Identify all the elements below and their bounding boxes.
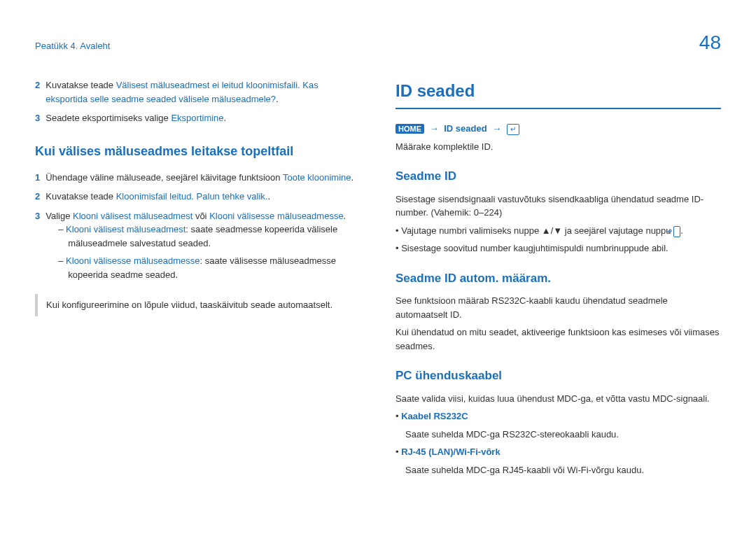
list-number: 2	[35, 190, 40, 204]
bullet-item: Vajutage numbri valimiseks nuppe ▲/▼ ja …	[405, 224, 721, 238]
body-text: Saate valida viisi, kuidas luua ühendust…	[396, 392, 721, 406]
path-link: ID seaded	[444, 123, 486, 134]
home-badge: HOME	[396, 124, 424, 134]
arrow-icon: →	[492, 123, 501, 134]
note-text: Kui konfigureerimine on lõpule viidud, t…	[46, 300, 332, 310]
arrow-icon: →	[430, 123, 439, 134]
inline-link: RJ-45 (LAN)/Wi-Fi-võrk	[401, 447, 500, 457]
sub-list-item: Klooni välisesse mäluseadmesse: saate vä…	[58, 254, 360, 281]
list-number: 1	[35, 171, 40, 185]
left-column: 2 Kuvatakse teade Välisest mäluseadmest …	[35, 78, 360, 481]
nav-path: HOME → ID seaded → ↵	[396, 122, 721, 136]
list-text: Kuvatakse teade Välisest mäluseadmest ei…	[46, 78, 360, 106]
page-number: 48	[699, 28, 721, 57]
inline-link: Klooni välisest mäluseadmest	[66, 224, 186, 234]
bullet-item: RJ-45 (LAN)/Wi-Fi-võrk	[405, 445, 721, 459]
inline-link: Toote kloonimine	[283, 172, 351, 183]
subsection-heading: Seadme ID autom. määram.	[396, 269, 721, 288]
bullet-item: Sisestage soovitud number kaugjuhtimispu…	[405, 241, 721, 255]
list-number: 3	[35, 111, 40, 125]
list-item: 2 Kuvatakse teade Välisest mäluseadmest …	[35, 78, 360, 106]
bullet-item: Kaabel RS232C	[405, 409, 721, 423]
inline-link: Klooni välisesse mäluseadmesse	[209, 211, 343, 221]
list-number: 2	[35, 78, 40, 106]
body-text: See funktsioon määrab RS232C-kaabli kaud…	[396, 294, 721, 321]
body-text: Saate suhelda MDC-ga RJ45-kaabli või Wi-…	[405, 463, 721, 477]
list-number: 3	[35, 209, 40, 286]
list-text: Valige Klooni välisest mäluseadmest või …	[46, 209, 360, 286]
page-title: ID seaded	[396, 78, 721, 109]
inline-link: Kloonimisfail leitud. Palun tehke valik.	[116, 191, 268, 202]
subsection-heading: PC ühenduskaabel	[396, 367, 721, 385]
inline-link: Eksportimine	[171, 113, 223, 123]
enter-icon: ↵	[673, 226, 680, 237]
sub-list-item: Klooni välisest mäluseadmest: saate sead…	[58, 223, 360, 250]
list-item: 3 Seadete eksportimiseks valige Eksporti…	[35, 111, 360, 125]
body-text: Saate suhelda MDC-ga RS232C-stereokaabli…	[405, 428, 721, 442]
body-text: Määrake komplektile ID.	[396, 140, 721, 154]
inline-link: Kaabel RS232C	[401, 411, 468, 421]
list-text: Seadete eksportimiseks valige Eksportimi…	[46, 111, 360, 125]
breadcrumb: Peatükk 4. Avaleht	[35, 39, 110, 53]
enter-icon: ↵	[507, 124, 519, 135]
list-text: Kuvatakse teade Kloonimisfail leitud. Pa…	[46, 190, 360, 204]
subsection-heading: Seadme ID	[396, 167, 721, 185]
inline-link: Klooni välisesse mäluseadmesse	[66, 255, 200, 266]
note-box: Kui konfigureerimine on lõpule viidud, t…	[35, 294, 360, 316]
list-item: 1 Ühendage väline mäluseade, seejärel kä…	[35, 171, 360, 185]
body-text: Kui ühendatud on mitu seadet, aktiveerig…	[396, 325, 721, 353]
section-heading: Kui välises mäluseadmes leitakse topeltf…	[35, 142, 360, 161]
list-text: Ühendage väline mäluseade, seejärel käiv…	[46, 171, 360, 185]
body-text: Sisestage sisendsignaali vastuvõtuks sis…	[396, 192, 721, 220]
list-item: 2 Kuvatakse teade Kloonimisfail leitud. …	[35, 190, 360, 204]
right-column: ID seaded HOME → ID seaded → ↵ Määrake k…	[396, 78, 721, 481]
inline-link: Klooni välisest mäluseadmest	[73, 211, 192, 221]
list-item: 3 Valige Klooni välisest mäluseadmest võ…	[35, 209, 360, 286]
